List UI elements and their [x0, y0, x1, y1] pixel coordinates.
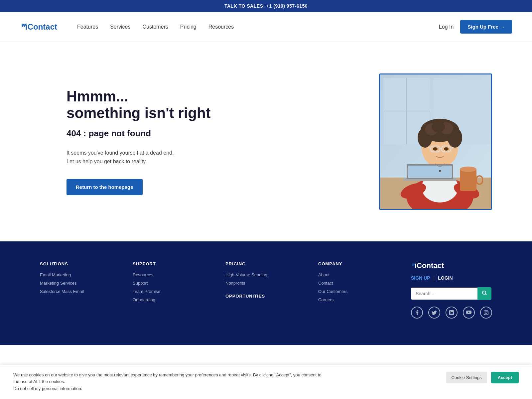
nav-item-features[interactable]: Features — [77, 24, 98, 30]
footer-link-salesforce[interactable]: Salesforce Mass Email — [40, 289, 119, 294]
svg-point-32 — [439, 170, 441, 172]
footer-link-marketing-services[interactable]: Marketing Services — [40, 281, 119, 286]
logo-icon: ʷ — [20, 21, 25, 32]
svg-line-34 — [485, 294, 486, 295]
footer-col-brand: ʷ iContact SIGN UP | LOGIN — [411, 261, 492, 319]
footer-col-solutions: SOLUTIONS Email Marketing Marketing Serv… — [40, 261, 119, 319]
logo[interactable]: ʷ iContact — [20, 21, 57, 32]
footer-col-support: SUPPORT Resources Support Team Promise O… — [133, 261, 212, 319]
nav-item-customers[interactable]: Customers — [143, 24, 168, 30]
error-description: It seems you've found yourself at a dead… — [66, 149, 359, 166]
header: ʷ iContact Features Services Customers P… — [0, 12, 532, 42]
pricing-title: PRICING — [225, 261, 305, 266]
nav-item-services[interactable]: Services — [110, 24, 130, 30]
nav-item-pricing[interactable]: Pricing — [180, 24, 197, 30]
footer-grid: SOLUTIONS Email Marketing Marketing Serv… — [40, 261, 492, 319]
top-bar: TALK TO SALES: +1 (919) 957-6150 — [0, 0, 532, 12]
return-home-button[interactable]: Return to the homepage — [66, 179, 143, 195]
footer-link-team-promise[interactable]: Team Promise — [133, 289, 212, 294]
footer: SOLUTIONS Email Marketing Marketing Serv… — [0, 241, 532, 345]
sales-phone: TALK TO SALES: +1 (919) 957-6150 — [224, 3, 308, 9]
footer-search-button[interactable] — [477, 287, 491, 300]
main-nav: Features Services Customers Pricing Reso… — [77, 24, 234, 30]
footer-link-our-customers[interactable]: Our Customers — [318, 289, 398, 294]
nav-item-resources[interactable]: Resources — [208, 24, 234, 30]
footer-link-high-volume[interactable]: High-Volume Sending — [225, 272, 305, 277]
header-right: Log In Sign Up Free → — [439, 20, 512, 34]
support-title: SUPPORT — [133, 261, 212, 266]
svg-rect-26 — [460, 169, 476, 191]
opportunities-title: OPPORTUNITIES — [225, 294, 305, 299]
footer-logo-icon: ʷ — [411, 262, 414, 269]
logo-text: iContact — [25, 22, 57, 32]
main-content: Hmmm... something isn't right 404 : page… — [0, 42, 532, 241]
footer-link-support[interactable]: Support — [133, 281, 212, 286]
footer-search-input[interactable] — [411, 288, 477, 300]
footer-auth: SIGN UP | LOGIN — [411, 275, 492, 281]
svg-rect-31 — [408, 166, 452, 178]
footer-link-careers[interactable]: Careers — [318, 297, 398, 302]
youtube-icon[interactable] — [463, 307, 475, 319]
footer-col-pricing: PRICING High-Volume Sending Nonprofits O… — [225, 261, 305, 319]
error-desc-line1: It seems you've found yourself at a dead… — [66, 149, 359, 157]
footer-auth-divider: | — [434, 275, 435, 281]
error-desc-line2: Let us help you get back to reality. — [66, 157, 359, 166]
header-left: ʷ iContact Features Services Customers P… — [20, 21, 234, 32]
error-section: Hmmm... something isn't right 404 : page… — [66, 88, 359, 195]
footer-login-link[interactable]: LOGIN — [438, 275, 453, 281]
hero-image — [379, 73, 492, 210]
svg-point-17 — [432, 122, 445, 132]
footer-search — [411, 287, 492, 300]
footer-col-company: COMPANY About Contact Our Customers Care… — [318, 261, 398, 319]
linkedin-icon[interactable] — [446, 307, 458, 319]
login-link[interactable]: Log In — [439, 24, 454, 30]
solutions-title: SOLUTIONS — [40, 261, 119, 266]
svg-point-23 — [433, 147, 438, 151]
footer-signup-link[interactable]: SIGN UP — [411, 275, 430, 281]
footer-link-about[interactable]: About — [318, 272, 398, 277]
error-heading: Hmmm... something isn't right — [66, 88, 359, 122]
instagram-icon[interactable] — [480, 307, 492, 319]
footer-brand: ʷ iContact — [411, 261, 492, 270]
footer-logo-text: iContact — [415, 261, 444, 270]
error-heading-line1: Hmmm... — [66, 88, 128, 104]
footer-link-resources[interactable]: Resources — [133, 272, 212, 277]
footer-link-email-marketing[interactable]: Email Marketing — [40, 272, 119, 277]
twitter-icon[interactable] — [428, 307, 440, 319]
footer-link-contact[interactable]: Contact — [318, 281, 398, 286]
svg-point-24 — [444, 147, 449, 151]
svg-point-27 — [460, 167, 476, 172]
facebook-icon[interactable] — [411, 307, 423, 319]
signup-button[interactable]: Sign Up Free → — [460, 20, 512, 34]
error-heading-line2: something isn't right — [66, 105, 210, 121]
footer-link-onboarding[interactable]: Onboarding — [133, 297, 212, 302]
error-code: 404 : page not found — [66, 128, 359, 139]
footer-link-nonprofits[interactable]: Nonprofits — [225, 281, 305, 286]
footer-social — [411, 307, 492, 319]
company-title: COMPANY — [318, 261, 398, 266]
